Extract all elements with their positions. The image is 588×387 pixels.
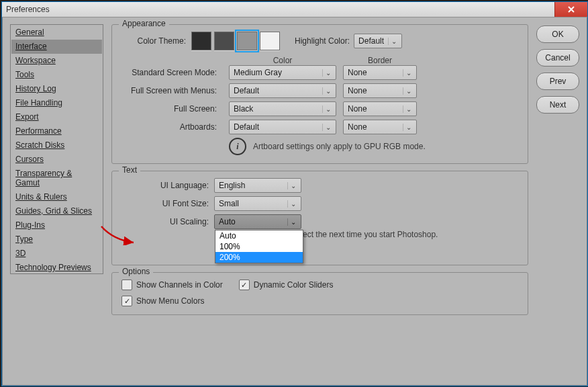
ui-scaling-dropdown[interactable]: Auto100%200% [215,230,303,263]
border-select[interactable]: None⌄ [343,120,417,134]
cancel-button[interactable]: Cancel [536,49,579,67]
appearance-group: Appearance Color Theme: Highlight Color:… [111,24,528,164]
sidebar-item[interactable]: Technology Previews [11,261,102,275]
next-button[interactable]: Next [536,96,579,114]
group-legend: Options [119,267,153,276]
row-label: Artboards: [121,122,222,132]
color-theme-label: Color Theme: [121,36,191,46]
ui-scaling-select[interactable]: Auto⌄ Auto100%200% [214,214,301,229]
group-legend: Text [119,165,140,175]
sidebar-item[interactable]: History Log [11,82,102,96]
border-select[interactable]: None⌄ [343,83,417,98]
preferences-category-list[interactable]: GeneralInterfaceWorkspaceToolsHistory Lo… [10,24,103,274]
sidebar-item[interactable]: 3D [11,247,102,261]
note-text: ect the next time you start Photoshop. [303,230,438,239]
chevron-down-icon: ⌄ [322,87,334,95]
checkbox[interactable]: ✓ [239,280,250,290]
sidebar-item[interactable]: Export [11,110,102,124]
checkbox[interactable]: ✓ [121,296,132,306]
row-label: Full Screen: [121,104,222,114]
ui-font-size-label: UI Font Size: [121,199,214,208]
dropdown-option[interactable]: Auto [215,230,303,241]
color-theme-swatch[interactable] [214,32,234,50]
color-theme-swatch[interactable] [237,32,257,50]
checkbox-label: Show Channels in Color [136,280,223,290]
select-value: English [219,181,245,190]
sidebar-item[interactable]: Transparency & Gamut [11,167,102,190]
column-header-border: Border [343,56,417,65]
dialog-actions: OK Cancel Prev Next [536,24,579,322]
option-row: ✓Show Menu Colors [121,296,502,306]
window-title: Preferences [6,5,50,14]
titlebar: Preferences [2,2,587,17]
sidebar-item[interactable]: Scratch Disks [11,138,102,153]
checkbox-label: Dynamic Color Sliders [254,280,334,290]
ui-language-select[interactable]: English⌄ [214,178,301,193]
color-theme-swatches [191,32,283,50]
highlight-color-label: Highlight Color: [295,36,350,46]
note-text: Artboard settings only apply to GPU RGB … [253,142,426,151]
preferences-window: Preferences GeneralInterfaceWorkspaceToo… [1,1,588,386]
artboard-note: i Artboard settings only apply to GPU RG… [229,138,518,155]
color-select[interactable]: Medium Gray⌄ [229,65,336,80]
color-select[interactable]: Default⌄ [229,120,336,134]
row-label: Standard Screen Mode: [121,68,222,77]
ui-scaling-label: UI Scaling: [121,217,214,226]
sidebar-item[interactable]: File Handling [11,96,102,110]
close-button[interactable] [554,2,587,17]
chevron-down-icon: ⌄ [322,124,334,131]
sidebar-item[interactable]: Interface [11,40,102,54]
select-value: Auto [219,217,236,226]
screen-mode-row: Full Screen:Black⌄None⌄ [121,101,518,116]
text-group: Text UI Language: English⌄ UI Font Size:… [111,171,528,265]
highlight-color-select[interactable]: Default ⌄ [354,34,402,48]
chevron-down-icon: ⌄ [403,105,414,113]
chevron-down-icon: ⌄ [403,87,414,95]
sidebar-item[interactable]: Guides, Grid & Slices [11,204,102,218]
sidebar-item[interactable]: General [11,26,102,40]
sidebar-item[interactable]: Performance [11,124,102,138]
option-row: Show Channels in Color [121,280,223,290]
close-icon [567,5,575,13]
screen-mode-row: Artboards:Default⌄None⌄ [121,120,518,134]
options-group: Options Show Channels in Color✓Dynamic C… [111,272,528,315]
sidebar-item[interactable]: Cursors [11,153,102,167]
select-value: Small [219,199,239,208]
color-theme-swatch[interactable] [191,32,211,50]
dropdown-option[interactable]: 100% [215,241,303,252]
border-select[interactable]: None⌄ [343,65,417,80]
checkbox[interactable] [121,280,132,290]
ui-language-label: UI Language: [121,181,214,190]
sidebar-item[interactable]: Type [11,232,102,247]
dropdown-option[interactable]: 200% [215,252,303,263]
option-row: ✓Dynamic Color Sliders [239,280,334,290]
color-theme-swatch[interactable] [260,32,280,50]
row-label: Full Screen with Menus: [121,86,222,95]
chevron-down-icon: ⌄ [322,69,334,77]
scaling-note: ect the next time you start Photoshop. [303,230,518,239]
info-icon: i [229,138,246,155]
column-header-color: Color [229,56,336,65]
sidebar-item[interactable]: Plug-Ins [11,218,102,232]
color-select[interactable]: Default⌄ [229,83,336,98]
ok-button[interactable]: OK [536,26,579,43]
chevron-down-icon: ⌄ [287,218,299,226]
chevron-down-icon: ⌄ [322,105,334,113]
chevron-down-icon: ⌄ [403,124,414,131]
prev-button[interactable]: Prev [536,73,579,90]
select-value: Default [358,36,384,46]
sidebar-item[interactable]: Units & Rulers [11,190,102,204]
screen-mode-row: Full Screen with Menus:Default⌄None⌄ [121,83,518,98]
chevron-down-icon: ⌄ [388,38,399,45]
chevron-down-icon: ⌄ [287,200,299,208]
sidebar-item[interactable]: Tools [11,68,102,82]
group-legend: Appearance [119,19,169,28]
checkbox-label: Show Menu Colors [136,296,204,306]
chevron-down-icon: ⌄ [403,69,414,77]
sidebar-item[interactable]: Workspace [11,54,102,68]
chevron-down-icon: ⌄ [287,182,299,189]
ui-font-size-select[interactable]: Small⌄ [214,196,301,211]
screen-mode-row: Standard Screen Mode:Medium Gray⌄None⌄ [121,65,518,80]
border-select[interactable]: None⌄ [343,101,417,116]
color-select[interactable]: Black⌄ [229,101,336,116]
